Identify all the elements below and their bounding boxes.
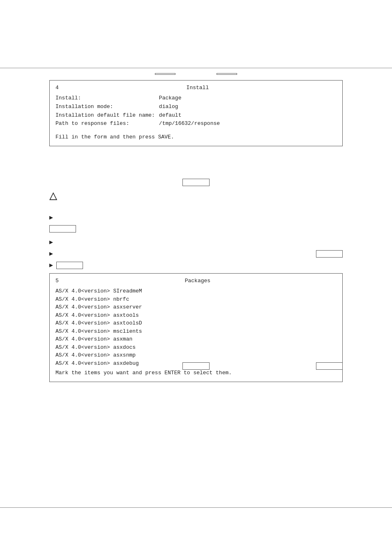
page-container: 4 Install Install: Installation mode: In… xyxy=(0,0,392,555)
list-item: AS/X 4.0<version> asxdocs xyxy=(55,343,337,352)
arrow-row-3: ▶ xyxy=(49,250,343,258)
arrow-icon-2: ▶ xyxy=(49,238,53,246)
label-mode: Installation mode: xyxy=(55,103,155,111)
label-default: Installation default file name: xyxy=(55,111,155,120)
mid-button-2[interactable] xyxy=(49,225,76,233)
label-install: Install: xyxy=(55,94,155,103)
list-item: AS/X 4.0<version> asxman xyxy=(55,335,337,343)
top-button-1[interactable] xyxy=(155,73,175,75)
panel-number: 4 xyxy=(55,85,59,91)
value-path: /tmp/16632/response xyxy=(159,120,220,128)
top-button-2[interactable] xyxy=(217,73,237,75)
arrow-icon-4: ▶ xyxy=(49,261,53,269)
panel-title: Install xyxy=(187,85,209,91)
list-item: AS/X 4.0<version> nbrfc xyxy=(55,295,337,304)
label-path: Path to response files: xyxy=(55,120,155,128)
inline-button-4[interactable] xyxy=(56,262,83,269)
panel-header: 4 Install xyxy=(55,85,337,91)
bottom-rule xyxy=(0,507,392,508)
arrow-icon-1: ▶ xyxy=(49,214,53,221)
right-button-3[interactable] xyxy=(316,250,343,258)
middle-btn-row xyxy=(0,179,392,186)
warning-triangle-icon: △ xyxy=(49,189,57,204)
list-item: AS/X 4.0<version> asxtoolsD xyxy=(55,319,337,327)
packages-number: 5 xyxy=(55,278,59,284)
bottom-right-button[interactable] xyxy=(316,362,343,370)
arrow-row-1: ▶ xyxy=(49,214,55,221)
mid-btn-box-2 xyxy=(49,225,76,233)
packages-title: Packages xyxy=(185,278,210,284)
list-item: AS/X 4.0<version> msclients xyxy=(55,327,337,336)
packages-header: 5 Packages xyxy=(55,278,337,284)
panel-footer: Fill in the form and then press SAVE. xyxy=(55,134,337,140)
middle-button[interactable] xyxy=(182,179,209,186)
packages-list: AS/X 4.0<version> SIreadmeMAS/X 4.0<vers… xyxy=(55,287,337,367)
panel-content: Install: Installation mode: Installation… xyxy=(55,94,337,128)
arrow-row-2: ▶ xyxy=(49,238,55,246)
list-item: AS/X 4.0<version> asxserver xyxy=(55,303,337,311)
list-item: AS/X 4.0<version> SIreadmeM xyxy=(55,287,337,295)
packages-footer: Mark the items you want and press ENTER … xyxy=(55,370,337,376)
bottom-center-button[interactable] xyxy=(182,362,209,370)
value-install: Package xyxy=(159,94,220,103)
top-rule xyxy=(0,68,392,68)
panel-values: Package dialog default /tmp/16632/respon… xyxy=(159,94,220,128)
arrow-row-4: ▶ xyxy=(49,261,83,269)
bottom-buttons-row xyxy=(49,362,343,370)
list-item: AS/X 4.0<version> asxtools xyxy=(55,311,337,320)
arrow-icon-3: ▶ xyxy=(49,250,53,258)
install-panel: 4 Install Install: Installation mode: In… xyxy=(49,80,343,146)
panel-labels: Install: Installation mode: Installation… xyxy=(55,94,155,128)
value-mode: dialog xyxy=(159,103,220,111)
top-buttons-area xyxy=(0,73,392,75)
triangle-icon-row: △ xyxy=(49,190,57,203)
value-default: default xyxy=(159,111,220,120)
list-item: AS/X 4.0<version> asxsnmp xyxy=(55,351,337,359)
